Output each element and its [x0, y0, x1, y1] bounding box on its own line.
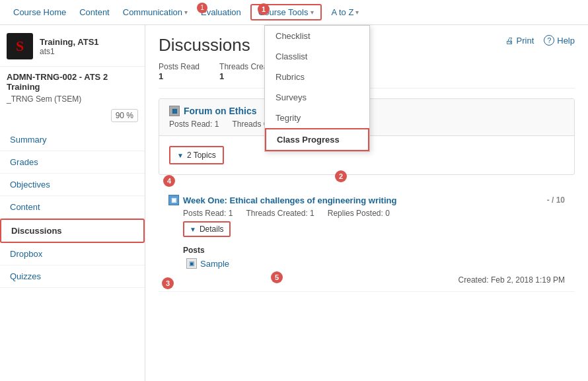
progress-badge: 90 % [111, 109, 138, 122]
course-tools-dropdown-menu: Checklist Classlist Rubrics Surveys Tegr… [264, 25, 370, 152]
posts-label: Posts [183, 246, 565, 255]
menu-item-checklist[interactable]: Checklist [265, 26, 369, 46]
header-actions: 🖨 Print ? Help [505, 35, 575, 46]
details-toggle[interactable]: ▼ Details [183, 221, 231, 237]
course-full-name: ADMN-TRNG-002 - ATS 2 Training [0, 67, 145, 94]
avatar: S [7, 33, 33, 59]
help-icon: ? [544, 35, 554, 46]
sidebar-item-grades[interactable]: Grades [0, 151, 145, 174]
topic-link[interactable]: Week One: Ethical challenges of engineer… [183, 195, 396, 205]
course-name: Training, ATS1 [40, 37, 99, 47]
annotation-badge-3: 3 [162, 277, 174, 289]
annotation-badge-1: 1 [258, 3, 270, 15]
topic-title: ▣ Week One: Ethical challenges of engine… [168, 195, 565, 205]
topics-toggle[interactable]: ▼ 2 Topics [169, 146, 224, 164]
topics-arrow-icon: ▼ [177, 152, 184, 159]
course-id: ats1 [40, 47, 99, 56]
page-title: Discussions [159, 35, 250, 55]
course-tools-chevron-icon: ▾ [311, 9, 314, 16]
sidebar-item-quizzes[interactable]: Quizzes [0, 265, 145, 288]
menu-item-classlist[interactable]: Classlist [265, 46, 369, 67]
progress-bar-container: 90 % [7, 109, 138, 122]
atoz-chevron-icon: ▾ [355, 0, 359, 25]
posts-section: Posts ▣ Sample [183, 246, 565, 269]
nav-communication[interactable]: Communication ▾ [116, 0, 194, 25]
top-navigation: Course Home Content Communication ▾ Eval… [0, 0, 588, 25]
details-arrow-icon: ▼ [190, 226, 196, 233]
menu-item-rubrics[interactable]: Rubrics [265, 67, 369, 87]
topic-stats: Posts Read: 1 Threads Created: 1 Replies… [183, 209, 565, 218]
nav-evaluation[interactable]: Evaluation 1 [194, 0, 248, 25]
sidebar: S Training, ATS1 ats1 ADMN-TRNG-002 - AT… [0, 25, 145, 381]
nav-communication-dropdown: Communication ▾ [116, 0, 194, 25]
sidebar-item-summary[interactable]: Summary [0, 129, 145, 151]
nav-atoz[interactable]: A to Z ▾ [324, 0, 365, 25]
sidebar-nav: Summary Grades Objectives Content Discus… [0, 129, 145, 288]
nav-atoz-dropdown: A to Z ▾ [324, 0, 365, 25]
sidebar-item-discussions[interactable]: Discussions [0, 219, 145, 243]
course-identity: Training, ATS1 ats1 [40, 37, 99, 56]
stat-posts-read: Posts Read 1 [159, 62, 200, 81]
menu-item-surveys[interactable]: Surveys [265, 87, 369, 108]
sample-post-link[interactable]: ▣ Sample [186, 258, 565, 269]
annotation-badge-5: 5 [271, 271, 283, 283]
annotation-badge-2: 2 [335, 170, 347, 182]
evaluation-badge: 1 [197, 3, 207, 13]
topic-item: ▣ Week One: Ethical challenges of engine… [159, 188, 575, 292]
nav-content[interactable]: Content [73, 0, 116, 25]
topic-page: - / 10 [547, 195, 565, 205]
sidebar-item-objectives[interactable]: Objectives [0, 174, 145, 196]
course-semester: _TRNG Sem (TSEM) [0, 94, 145, 106]
print-button[interactable]: 🖨 Print [505, 36, 534, 46]
nav-evaluation-dropdown: Evaluation 1 [194, 0, 248, 25]
communication-chevron-icon: ▾ [184, 0, 188, 25]
topic-icon: ▣ [168, 195, 179, 205]
menu-item-tegrity[interactable]: Tegrity [265, 108, 369, 128]
forum-icon: ▦ [169, 106, 180, 116]
nav-course-home[interactable]: Course Home [7, 0, 73, 25]
help-button[interactable]: ? Help [544, 35, 575, 46]
sidebar-item-content[interactable]: Content [0, 196, 145, 219]
annotation-badge-4: 4 [163, 175, 175, 187]
post-icon: ▣ [186, 258, 197, 269]
sidebar-item-dropbox[interactable]: Dropbox [0, 243, 145, 265]
menu-item-class-progress[interactable]: Class Progress [265, 128, 369, 151]
course-info: S Training, ATS1 ats1 [0, 25, 145, 67]
print-icon: 🖨 [505, 36, 514, 46]
created-date: Created: Feb 2, 2018 1:19 PM [168, 275, 565, 285]
